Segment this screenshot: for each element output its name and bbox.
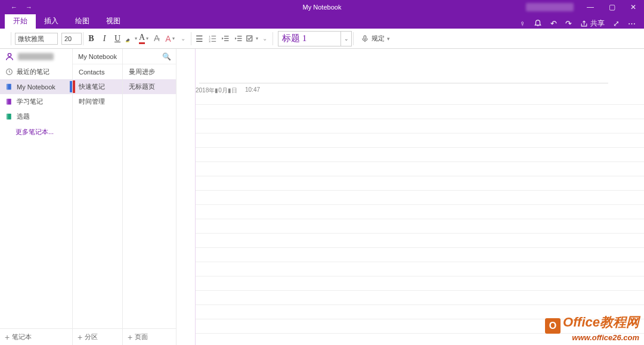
outdent-icon[interactable]	[219, 32, 232, 46]
tab-insert[interactable]: 插入	[36, 14, 67, 29]
page-item[interactable]: 曼周进步	[123, 64, 176, 79]
window-maximize-button[interactable]: ▢	[601, 3, 623, 11]
dictate-button[interactable]: 规定 ▾	[355, 34, 390, 43]
notebook-label: 选题	[17, 112, 30, 121]
svg-rect-20	[7, 84, 8, 90]
svg-rect-9	[224, 36, 229, 36]
section-item[interactable]: Contacts	[73, 64, 122, 79]
more-icon[interactable]: ⋯	[628, 19, 636, 28]
font-name-input[interactable]: 微软雅黑	[15, 33, 58, 45]
redo-icon[interactable]: ↷	[565, 19, 572, 28]
font-size-input[interactable]: 20	[61, 33, 82, 45]
svg-text:3: 3	[209, 40, 210, 43]
notebook-icon	[5, 83, 13, 91]
title-divider	[199, 83, 608, 83]
section-pane: My Notebook Contacts快速笔记时间管理 +分区	[73, 49, 123, 345]
svg-rect-4	[211, 36, 216, 36]
section-item[interactable]: 时间管理	[73, 94, 122, 109]
account-name-blurred	[18, 53, 54, 60]
undo-icon[interactable]: ↶	[550, 19, 557, 28]
add-notebook-button[interactable]: +笔记本	[0, 328, 72, 345]
notebook-pane: 最近的笔记My Notebook学习笔记选题 更多笔记本... +笔记本	[0, 49, 73, 345]
notebook-label: My Notebook	[17, 83, 55, 91]
svg-rect-22	[7, 99, 8, 105]
page-canvas[interactable]: 2018年▮0月▮日 10:47	[177, 49, 644, 345]
notebook-icon	[5, 98, 13, 106]
clear-format-icon[interactable]: A̶	[150, 32, 163, 46]
svg-point-17	[8, 54, 11, 57]
svg-rect-10	[224, 38, 229, 39]
italic-icon[interactable]: I	[98, 32, 111, 46]
notebook-item[interactable]: 学习笔记	[0, 94, 72, 109]
section-label: Contacts	[79, 69, 104, 76]
svg-rect-24	[7, 114, 8, 120]
svg-rect-13	[237, 38, 242, 39]
format-painter-icon[interactable]: A	[163, 32, 177, 46]
svg-rect-11	[224, 41, 229, 41]
notebook-item[interactable]: 最近的笔记	[0, 64, 72, 79]
clipboard-icon[interactable]	[0, 37, 10, 41]
add-section-button[interactable]: +分区	[73, 328, 122, 345]
notebook-item[interactable]: 选题	[0, 109, 72, 124]
tab-draw[interactable]: 绘图	[67, 14, 98, 29]
section-label: 快速笔记	[79, 82, 105, 91]
nav-back-icon[interactable]: ←	[11, 4, 17, 11]
svg-rect-15	[246, 36, 252, 41]
svg-rect-12	[237, 36, 242, 36]
svg-rect-6	[211, 39, 216, 39]
svg-rect-2	[125, 42, 129, 42]
indent-icon[interactable]	[232, 32, 245, 46]
highlight-icon[interactable]	[124, 32, 137, 46]
chevron-down-icon[interactable]: ⌄	[258, 32, 271, 46]
tips-icon[interactable]: ♀	[519, 19, 525, 28]
number-list-icon[interactable]: 123	[206, 32, 219, 46]
section-label: 时间管理	[79, 97, 105, 106]
search-icon[interactable]: 🔍	[162, 52, 171, 61]
page-time: 10:47	[245, 86, 260, 93]
canvas-gutter	[177, 49, 196, 345]
svg-rect-16	[364, 35, 366, 39]
page-date: 2018年▮0月▮日	[196, 86, 237, 95]
todo-icon[interactable]	[245, 32, 258, 46]
title-bar: ← → My Notebook — ▢ ✕	[0, 0, 644, 14]
section-item[interactable]: 快速笔记	[73, 79, 122, 94]
canvas-rules	[196, 91, 644, 345]
ribbon-toolbar: 微软雅黑 20 B I U A A̶ A ⌄ ☰ 123 ⌄ 标题 1 ⌄ 规定…	[0, 29, 644, 49]
svg-rect-8	[211, 41, 216, 42]
bell-icon[interactable]	[534, 18, 542, 29]
notebook-icon	[5, 113, 13, 121]
more-notebooks-link[interactable]: 更多笔记本...	[0, 124, 72, 136]
svg-rect-14	[237, 41, 242, 41]
ribbon-tabs: 开始 插入 绘图 视图 ♀ ↶ ↷ 共享 ⤢ ⋯	[0, 14, 644, 29]
tab-start[interactable]: 开始	[5, 14, 36, 29]
section-header: My Notebook	[73, 49, 122, 64]
notebook-item[interactable]: My Notebook	[0, 79, 72, 94]
page-header: 🔍	[123, 49, 176, 64]
account-name-blurred	[526, 3, 574, 11]
bold-icon[interactable]: B	[85, 32, 98, 46]
window-title: My Notebook	[303, 4, 342, 11]
underline-icon[interactable]: U	[111, 32, 124, 46]
tab-view[interactable]: 视图	[98, 14, 129, 29]
notebook-label: 最近的笔记	[17, 67, 49, 76]
clock-icon	[5, 68, 13, 76]
nav-forward-icon[interactable]: →	[26, 4, 32, 11]
page-item[interactable]: 无标题页	[123, 79, 176, 94]
window-minimize-button[interactable]: —	[580, 3, 601, 11]
window-close-button[interactable]: ✕	[623, 3, 644, 11]
bullet-list-icon[interactable]: ☰	[193, 32, 206, 46]
add-page-button[interactable]: +页面	[123, 328, 176, 345]
heading-style-select[interactable]: 标题 1	[278, 31, 341, 46]
fullscreen-icon[interactable]: ⤢	[613, 19, 620, 28]
share-button[interactable]: 共享	[580, 18, 605, 29]
heading-style-dropdown[interactable]: ⌄	[341, 31, 352, 46]
notebook-label: 学习笔记	[17, 97, 43, 106]
page-pane: 🔍 曼周进步无标题页 +页面	[123, 49, 177, 345]
account-row[interactable]	[0, 49, 72, 64]
chevron-down-icon[interactable]: ⌄	[177, 32, 190, 46]
font-color-icon[interactable]: A	[137, 32, 150, 46]
